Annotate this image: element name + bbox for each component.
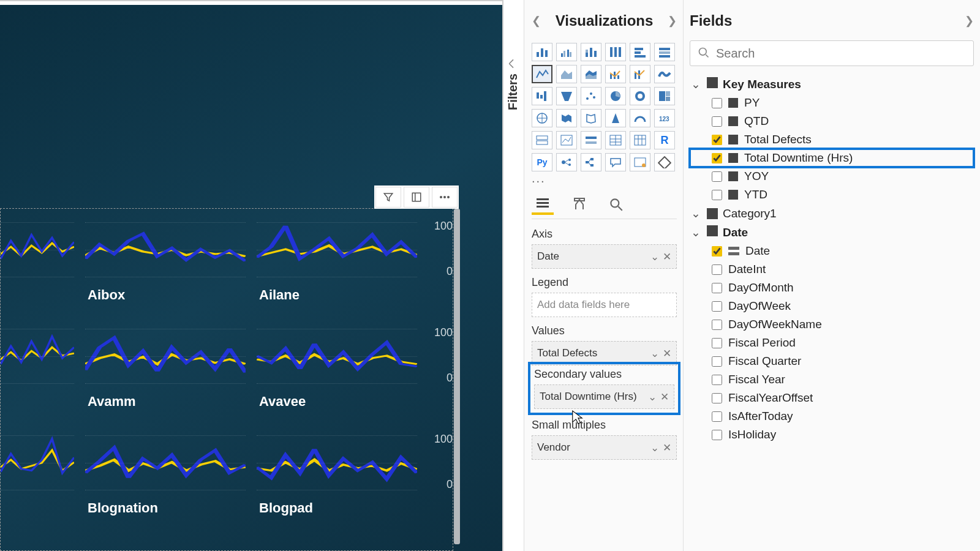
viz-treemap-icon[interactable] — [654, 87, 675, 105]
field-qtd[interactable]: QTD — [690, 112, 974, 130]
field-checkbox[interactable] — [712, 135, 722, 145]
field-checkbox[interactable] — [712, 356, 722, 367]
collapse-icon[interactable]: ⌄ — [690, 77, 702, 91]
field-fy-offset[interactable]: FiscalYearOffset — [690, 389, 974, 407]
viz-filled-map-icon[interactable] — [556, 109, 577, 127]
viz-kpi-icon[interactable] — [556, 131, 577, 149]
fields-tab-icon[interactable] — [532, 194, 554, 215]
chevron-down-icon[interactable]: ⌄ — [650, 441, 659, 454]
field-checkbox[interactable] — [712, 246, 722, 257]
field-dayofmonth[interactable]: DayOfMonth — [690, 279, 974, 297]
secondary-well[interactable]: Total Downtime (Hrs) ⌄✕ — [534, 384, 674, 409]
gallery-ellipsis[interactable]: ··· — [532, 174, 677, 188]
remove-icon[interactable]: ✕ — [663, 250, 671, 263]
search-input[interactable] — [716, 47, 966, 61]
field-checkbox[interactable] — [712, 98, 722, 108]
table-category1[interactable]: ⌄ Category1 — [690, 204, 974, 223]
field-py[interactable]: PY — [690, 94, 974, 112]
chevron-right-icon[interactable]: ❯ — [965, 14, 974, 28]
field-checkbox[interactable] — [712, 393, 722, 403]
field-checkbox[interactable] — [712, 190, 722, 200]
viz-bar-h2-icon[interactable] — [654, 43, 675, 61]
viz-scatter-icon[interactable] — [581, 87, 601, 105]
field-is-holiday[interactable]: IsHoliday — [690, 425, 974, 444]
field-fiscal-year[interactable]: Fiscal Year — [690, 370, 974, 389]
viz-matrix-icon[interactable] — [630, 131, 650, 149]
fields-search[interactable] — [690, 40, 974, 66]
table-key-measures[interactable]: ⌄ Key Measures — [690, 75, 974, 94]
viz-donut-icon[interactable] — [630, 87, 650, 105]
field-dateint[interactable]: DateInt — [690, 260, 974, 279]
field-total-defects[interactable]: Total Defects — [690, 130, 974, 149]
chevron-right-icon[interactable]: ❯ — [668, 14, 677, 28]
field-checkbox[interactable] — [712, 411, 722, 422]
field-checkbox[interactable] — [712, 430, 722, 440]
viz-shape-map-icon[interactable] — [581, 109, 601, 127]
remove-icon[interactable]: ✕ — [660, 391, 669, 403]
field-checkbox[interactable] — [712, 116, 722, 127]
viz-table-icon[interactable] — [605, 131, 626, 149]
viz-smart-narrative-icon[interactable] — [630, 153, 650, 171]
field-is-after-today[interactable]: IsAfterToday — [690, 407, 974, 425]
chevron-down-icon[interactable]: ⌄ — [650, 347, 659, 360]
field-checkbox[interactable] — [712, 338, 722, 348]
chevron-down-icon[interactable]: ⌄ — [648, 391, 657, 403]
viz-azure-map-icon[interactable] — [605, 109, 626, 127]
small-multiples-well[interactable]: Vendor ⌄✕ — [532, 435, 677, 460]
viz-map-icon[interactable] — [532, 109, 552, 127]
field-checkbox[interactable] — [712, 171, 722, 182]
field-checkbox[interactable] — [712, 301, 722, 312]
viz-get-more-icon[interactable] — [654, 153, 675, 171]
field-total-downtime[interactable]: Total Downtime (Hrs) — [690, 149, 974, 167]
viz-area-chart-icon[interactable] — [556, 65, 577, 83]
viz-stacked-area-icon[interactable] — [581, 65, 601, 83]
viz-ribbon-icon[interactable] — [654, 65, 675, 83]
viz-stacked-column-icon[interactable] — [581, 43, 601, 61]
viz-r-script-icon[interactable]: R — [654, 131, 675, 149]
viz-pie-icon[interactable] — [605, 87, 626, 105]
viz-multi-card-icon[interactable] — [532, 131, 552, 149]
analytics-tab-icon[interactable] — [605, 194, 627, 215]
viz-python-icon[interactable]: Py — [532, 153, 552, 171]
values-well[interactable]: Total Defects ⌄✕ — [532, 341, 677, 365]
viz-funnel-icon[interactable] — [556, 87, 577, 105]
field-dayofweekname[interactable]: DayOfWeekName — [690, 315, 974, 334]
focus-mode-icon[interactable] — [404, 187, 429, 208]
viz-decomposition-icon[interactable] — [581, 153, 601, 171]
format-tab-icon[interactable] — [568, 194, 590, 215]
report-canvas[interactable]: Aibox Ailane 100 0 — [0, 0, 503, 551]
filters-pane-collapsed[interactable]: Filters — [503, 0, 524, 551]
field-checkbox[interactable] — [712, 375, 722, 385]
field-yoy[interactable]: YOY — [690, 167, 974, 186]
line-chart-visual[interactable]: Aibox Ailane 100 0 — [0, 208, 453, 551]
legend-well[interactable]: Add data fields here — [532, 293, 677, 317]
viz-card-icon[interactable]: 123 — [654, 109, 675, 127]
table-date[interactable]: ⌄ Date — [690, 223, 974, 242]
viz-slicer-icon[interactable] — [581, 131, 601, 149]
field-date[interactable]: Date — [690, 242, 974, 260]
viz-qna-icon[interactable] — [605, 153, 626, 171]
filter-icon[interactable] — [375, 187, 401, 208]
field-checkbox[interactable] — [712, 283, 722, 293]
viz-line-clustered-icon[interactable] — [605, 65, 626, 83]
field-ytd[interactable]: YTD — [690, 186, 974, 204]
remove-icon[interactable]: ✕ — [663, 347, 671, 360]
viz-gauge-icon[interactable] — [630, 109, 650, 127]
viz-waterfall-icon[interactable] — [532, 87, 552, 105]
viz-stacked-bar-icon[interactable] — [532, 43, 552, 61]
field-checkbox[interactable] — [712, 264, 722, 275]
field-checkbox[interactable] — [712, 153, 722, 163]
viz-clustered-bar-icon[interactable] — [556, 43, 577, 61]
chevron-left-icon[interactable]: ❮ — [532, 14, 541, 28]
viz-line-chart-icon[interactable] — [532, 65, 552, 83]
viz-line-stacked-icon[interactable] — [630, 65, 650, 83]
more-options-icon[interactable] — [432, 187, 458, 208]
field-fiscal-quarter[interactable]: Fiscal Quarter — [690, 352, 974, 370]
expand-icon[interactable]: ⌄ — [690, 206, 702, 220]
chevron-down-icon[interactable]: ⌄ — [650, 250, 659, 263]
collapse-icon[interactable]: ⌄ — [690, 225, 702, 239]
viz-hundred-stacked-icon[interactable] — [605, 43, 626, 61]
axis-well[interactable]: Date ⌄✕ — [532, 244, 677, 269]
viz-key-influencers-icon[interactable] — [556, 153, 577, 171]
field-checkbox[interactable] — [712, 320, 722, 330]
